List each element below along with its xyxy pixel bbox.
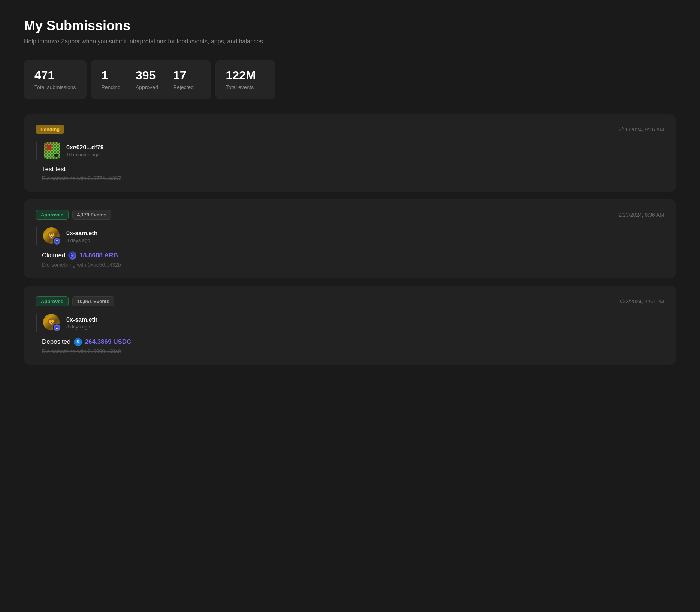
user-name: 0xe020...df79 xyxy=(66,144,104,151)
stat-approved: 395 Approved xyxy=(136,69,158,90)
stat-rejected: 17 Rejected xyxy=(173,69,194,90)
user-info: 0xe020...df79 16 minutes ago xyxy=(66,144,104,157)
svg-text:Z: Z xyxy=(56,327,58,329)
stat-card-status: 1 Pending 395 Approved 17 Rejected xyxy=(91,60,211,99)
rejected-value: 17 xyxy=(173,69,194,82)
submission-main-text: Test test xyxy=(42,166,664,173)
user-row: 0xe020...df79 16 minutes ago xyxy=(36,142,664,160)
arb-token-icon: Ⓐ xyxy=(68,251,76,260)
user-row-2: 🦁 Z 0x-sam.eth 3 days ago xyxy=(36,227,664,245)
card-header-3: Approved 10,951 Events 2/22/2024, 3:50 P… xyxy=(36,296,664,306)
submission-strikethrough-2: Did something with 0xae56...432b xyxy=(42,262,664,268)
card-header-left-3: Approved 10,951 Events xyxy=(36,296,114,306)
pending-label: Pending xyxy=(102,84,121,90)
stat-card-events: 122M Total events xyxy=(215,60,275,99)
card-timestamp-2: 2/23/2024, 6:36 AM xyxy=(619,212,664,218)
page-subtitle: Help improve Zapper when you submit inte… xyxy=(24,38,676,45)
submission-content-3: Deposited $ 264.3869 USDC Did something … xyxy=(36,338,664,354)
total-submissions-label: Total submissions xyxy=(34,84,76,90)
card-header: Pending 2/26/2024, 9:16 AM xyxy=(36,125,664,134)
user-time-3: 8 days ago xyxy=(66,324,98,330)
stats-row: 471 Total submissions 1 Pending 395 Appr… xyxy=(24,60,676,99)
submission-content-2: Claimed Ⓐ 18.8608 ARB Did something with… xyxy=(36,251,664,268)
avatar xyxy=(44,142,60,159)
svg-text:$: $ xyxy=(77,340,79,344)
total-events-label: Total events xyxy=(226,84,265,90)
usdc-token-icon: $ xyxy=(74,338,82,346)
user-time: 16 minutes ago xyxy=(66,152,104,157)
submission-card-pending: Pending 2/26/2024, 9:16 AM 0xe020...df79… xyxy=(24,114,676,192)
submission-main-text-3: Deposited $ 264.3869 USDC xyxy=(42,338,664,346)
stat-pending: 1 Pending xyxy=(102,69,121,90)
submission-card-approved-usdc: Approved 10,951 Events 2/22/2024, 3:50 P… xyxy=(24,286,676,365)
avatar-group-3: 🦁 Z xyxy=(43,314,61,332)
status-badge-approved: Approved xyxy=(36,210,69,220)
card-header-left: Pending xyxy=(36,125,64,134)
card-timestamp-3: 2/22/2024, 3:50 PM xyxy=(618,299,664,305)
main-text-3: Deposited xyxy=(42,338,71,346)
pending-value: 1 xyxy=(102,69,121,82)
user-name-3: 0x-sam.eth xyxy=(66,316,98,323)
user-row-3: 🦁 Z 0x-sam.eth 8 days ago xyxy=(36,314,664,332)
total-submissions-value: 471 xyxy=(34,69,76,82)
user-name-2: 0x-sam.eth xyxy=(66,230,98,237)
approved-label: Approved xyxy=(136,84,158,90)
card-header-2: Approved 4,179 Events 2/23/2024, 6:36 AM xyxy=(36,210,664,220)
main-text-2: Claimed xyxy=(42,252,65,259)
total-events-value: 122M xyxy=(226,69,265,82)
submission-strikethrough: Did something with 0x6774...b367 xyxy=(42,175,664,181)
status-badge-approved-3: Approved xyxy=(36,296,69,306)
submission-strikethrough-3: Did something with 0x0000...68a0 xyxy=(42,348,664,354)
user-info-3: 0x-sam.eth 8 days ago xyxy=(66,316,98,330)
svg-text:Z: Z xyxy=(56,240,58,243)
events-badge-3: 10,951 Events xyxy=(72,296,114,306)
submission-content: Test test Did something with 0x6774...b3… xyxy=(36,166,664,181)
submission-card-approved-arb: Approved 4,179 Events 2/23/2024, 6:36 AM… xyxy=(24,199,676,278)
status-badge-pending: Pending xyxy=(36,125,64,134)
avatar-wrapper xyxy=(43,142,61,160)
rejected-label: Rejected xyxy=(173,84,194,90)
submission-main-text-2: Claimed Ⓐ 18.8608 ARB xyxy=(42,251,664,260)
approved-value: 395 xyxy=(136,69,158,82)
user-time-2: 3 days ago xyxy=(66,237,98,243)
page-title: My Submissions xyxy=(24,18,676,34)
user-info-2: 0x-sam.eth 3 days ago xyxy=(66,230,98,243)
arb-amount: 18.8608 ARB xyxy=(79,252,118,259)
svg-text:Ⓐ: Ⓐ xyxy=(71,254,74,257)
stat-card-total: 471 Total submissions xyxy=(24,60,87,99)
card-timestamp: 2/26/2024, 9:16 AM xyxy=(619,127,664,133)
usdc-amount: 264.3869 USDC xyxy=(85,338,132,346)
events-badge: 4,179 Events xyxy=(72,210,112,220)
avatar-group: 🦁 Z xyxy=(43,227,61,245)
card-header-left-2: Approved 4,179 Events xyxy=(36,210,111,220)
